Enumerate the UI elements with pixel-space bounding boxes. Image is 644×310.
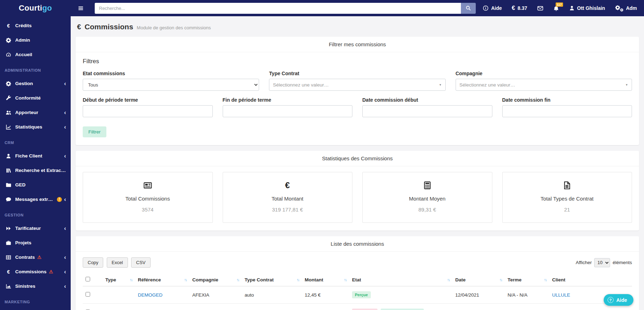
topbar-aide[interactable]: Aide: [483, 5, 502, 11]
select-all-checkbox[interactable]: [86, 277, 90, 281]
info-icon: [483, 5, 488, 11]
select-placeholder: Sélectionnez une valeur…: [459, 82, 515, 88]
sidebar-item-tarificateur[interactable]: Tarificateur ‹: [0, 221, 71, 236]
chevron-left-icon: ‹: [62, 124, 66, 130]
search-icon: [466, 5, 471, 11]
commissions-table: Type↑↓ Référence↑↓ Compagnie↑↓ Type Cont…: [83, 273, 632, 310]
logo-text-accent: go: [42, 4, 52, 13]
topbar-notifications[interactable]: 117: [553, 5, 559, 11]
reference-link[interactable]: DEMOGED: [138, 292, 163, 298]
date-commission-fin-label: Date commission fin: [502, 97, 632, 103]
page-head: € Commissions Module de gestion des comm…: [76, 20, 639, 37]
sidebar-item-gestion[interactable]: Gestion ‹: [0, 76, 71, 91]
compagnie-field: Compagnie Sélectionnez une valeur… ▼: [456, 71, 632, 91]
content: € Commissions Module de gestion des comm…: [71, 16, 644, 310]
search-button[interactable]: [461, 3, 476, 14]
sidebar-item-ged[interactable]: GED: [0, 178, 71, 192]
col-montant[interactable]: Montant↑↓: [302, 273, 349, 286]
sidebar-item-messages-extranet[interactable]: Messages extranet ! ‹: [0, 192, 71, 207]
bars-icon: [78, 5, 84, 11]
col-date[interactable]: Date↑↓: [452, 273, 505, 286]
col-client[interactable]: Client: [549, 273, 632, 286]
logo[interactable]: Courtigo: [0, 0, 71, 16]
stats-card: Statistiques des Commissions Total Commi…: [76, 151, 639, 231]
main-area: Aide € 8.37 117 Ott Ghislain: [71, 0, 644, 310]
fin-terme-field: Fin de période terme: [223, 97, 353, 117]
cell-montant: 12,45 €: [302, 286, 349, 304]
debut-terme-input[interactable]: [83, 105, 213, 117]
col-reference[interactable]: Référence↑↓: [135, 273, 189, 286]
sidebar-section-crm: CRM: [0, 134, 71, 149]
dashboard-icon: [5, 52, 12, 58]
chevron-left-icon: ‹: [62, 153, 66, 159]
passer-en-percue-button[interactable]: Passer en perçue✔: [381, 309, 423, 310]
cell-compagnie: AFEXIA: [189, 304, 242, 310]
sidebar-item-conformite[interactable]: Conformité: [0, 91, 71, 105]
sidebar-item-recherche-extraction[interactable]: Recherche et Extraction: [0, 163, 71, 178]
menu-toggle-button[interactable]: [74, 2, 87, 14]
cell-type-contrat: auto: [242, 286, 302, 304]
sidebar-item-admin[interactable]: Admin: [0, 33, 71, 47]
page-subtitle: Module de gestion des commissions: [137, 25, 211, 30]
chevron-left-icon: ‹: [62, 269, 66, 275]
sidebar-item-sinistres[interactable]: Sinistres ‹: [0, 279, 71, 293]
floating-aide-button[interactable]: ? Aide: [604, 294, 633, 306]
chevron-left-icon: ‹: [62, 225, 66, 231]
euro-icon: €: [77, 23, 81, 31]
csv-button[interactable]: CSV: [131, 257, 151, 268]
copy-button[interactable]: Copy: [83, 257, 103, 268]
newspaper-icon: [87, 181, 209, 190]
client-link[interactable]: ULLULE: [552, 292, 570, 298]
cell-reference: DEMOGED: [135, 286, 189, 304]
show-label: Afficher: [576, 260, 592, 265]
filtrer-button[interactable]: Filtrer: [83, 126, 106, 137]
etat-commissions-field: Etat commissions Tous: [83, 71, 259, 91]
alert-icon: !: [57, 197, 62, 202]
fin-terme-label: Fin de période terme: [223, 97, 353, 103]
gear-icon: [5, 37, 12, 43]
col-type-contrat[interactable]: Type Contrat↑↓: [242, 273, 302, 286]
cell-date: 12/04/2021: [452, 286, 505, 304]
sidebar-item-accueil[interactable]: Accueil: [0, 47, 71, 62]
col-compagnie[interactable]: Compagnie↑↓: [189, 273, 242, 286]
sidebar-item-contrats[interactable]: Contrats ⚠ ‹: [0, 250, 71, 264]
row-checkbox[interactable]: [86, 292, 90, 297]
etat-commissions-select[interactable]: Tous: [83, 79, 259, 91]
sidebar-item-apporteur[interactable]: Apporteur ‹: [0, 105, 71, 120]
page-length-select[interactable]: 10: [594, 258, 610, 267]
col-terme[interactable]: Terme↑↓: [505, 273, 549, 286]
filter-card-title: Filtrer mes commissions: [76, 37, 639, 52]
excel-button[interactable]: Excel: [107, 257, 128, 268]
list-card: Liste des commissions Copy Excel CSV Aff…: [76, 236, 639, 310]
search-input[interactable]: [95, 3, 461, 14]
notification-badge: 117: [556, 2, 563, 7]
sidebar-item-fiche-client[interactable]: Fiche Client ‹: [0, 149, 71, 163]
status-badge: Non payée: [352, 309, 377, 310]
topbar-admin[interactable]: Adm: [615, 5, 637, 12]
stats-card-body: Total Commissions 3574 € Total Montant 3…: [76, 166, 639, 231]
cell-type: [103, 286, 135, 304]
cell-compagnie: AFEXIA: [189, 286, 242, 304]
debut-terme-field: Début de période terme: [83, 97, 213, 117]
sidebar-item-credits[interactable]: € Crédits: [0, 18, 71, 33]
fin-terme-input[interactable]: [223, 105, 353, 117]
date-commission-debut-input[interactable]: [362, 105, 492, 117]
date-commission-fin-input[interactable]: [502, 105, 632, 117]
sidebar-item-statistiques[interactable]: Statistiques ‹: [0, 120, 71, 134]
stat-total-types-contrat: Total Types de Contrat 21: [502, 172, 632, 223]
compagnie-select[interactable]: Sélectionnez une valeur… ▼: [456, 79, 632, 91]
sidebar-item-commissions[interactable]: € Commissions ⚠ ‹: [0, 264, 71, 279]
warning-icon: ⚠: [37, 255, 42, 260]
sort-icon: ↑↓: [234, 278, 239, 282]
euro-icon: €: [512, 5, 515, 12]
col-etat[interactable]: Etat↑↓: [349, 273, 452, 286]
type-contrat-select[interactable]: Sélectionnez une valeur… ▼: [269, 79, 445, 91]
topbar-messages[interactable]: [537, 5, 543, 11]
cogs-icon: [615, 5, 623, 12]
col-type[interactable]: Type↑↓: [103, 273, 135, 286]
topbar-balance[interactable]: € 8.37: [512, 5, 527, 12]
stats-card-title: Statistiques des Commissions: [76, 151, 639, 166]
sort-icon: ↑↓: [497, 278, 502, 282]
topbar-user[interactable]: Ott Ghislain: [569, 5, 605, 11]
sidebar-item-projets[interactable]: Projets: [0, 236, 71, 250]
